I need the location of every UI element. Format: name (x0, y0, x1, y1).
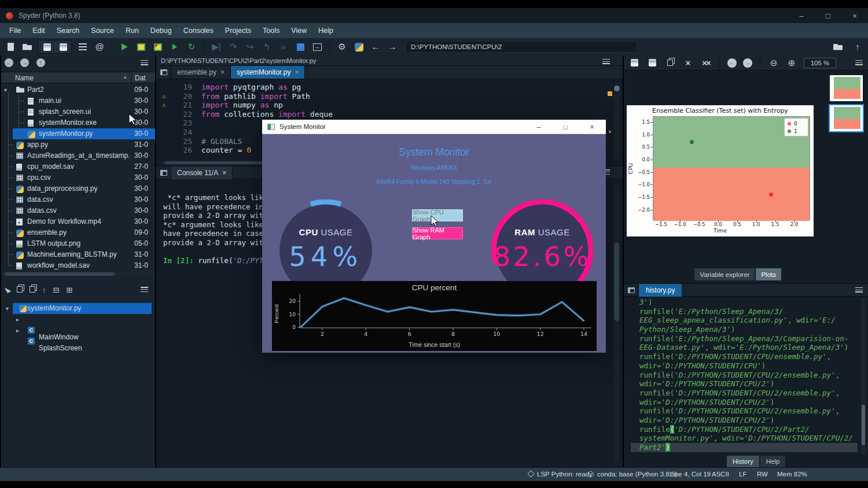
file-row[interactable]: data_preprocessing.py30-0 (1, 183, 155, 194)
outline-options-icon[interactable] (141, 287, 148, 292)
code-line[interactable]: ⚠21import numpy as np (156, 101, 623, 110)
previous-directory-icon[interactable]: ← (5, 58, 13, 67)
code-line[interactable]: 19import pyqtgraph as pg (156, 83, 623, 92)
go-up-icon[interactable]: ↑ (42, 286, 46, 294)
scrollbar-thumb[interactable] (614, 243, 619, 321)
close-icon[interactable]: × (222, 169, 226, 177)
menu-tools[interactable]: Tools (257, 23, 285, 38)
menu-view[interactable]: View (285, 23, 312, 38)
file-row[interactable]: app.py31-0 (1, 139, 155, 150)
file-row[interactable]: MachineLearning_BLSTM.py31-0 (1, 249, 155, 260)
tab-plots[interactable]: Plots (756, 268, 781, 280)
expand-open-icon[interactable]: ▾ (4, 84, 7, 95)
collapse-all-icon[interactable]: ⊟ (53, 286, 60, 294)
file-list-hscrollbar[interactable] (1, 272, 155, 276)
expand-closed-icon[interactable]: ▸ (16, 327, 19, 334)
save-plot-button[interactable] (628, 57, 640, 69)
menu-source[interactable]: Source (85, 23, 120, 38)
symbol-finder-button[interactable]: @ (94, 41, 105, 53)
scrollbar-thumb[interactable] (862, 405, 865, 445)
working-directory-input[interactable]: D:\PYTHON\STUDENT\CPU\2 (406, 41, 637, 53)
copy-plot-button[interactable] (664, 57, 676, 69)
debug-continue-button[interactable]: » (278, 41, 289, 53)
plots-options-icon[interactable] (855, 60, 863, 65)
close-icon[interactable]: × (295, 68, 299, 76)
minimize-button[interactable]: – (527, 120, 550, 134)
code-line[interactable]: 22from collections import deque (156, 110, 623, 119)
file-row[interactable]: ▸Demo for Workflow.mp430-0 (1, 216, 155, 227)
debug-button[interactable]: ▶| (211, 41, 222, 53)
next-directory-icon[interactable]: → (20, 58, 29, 67)
previous-plot-button[interactable]: ← (727, 58, 737, 68)
menu-edit[interactable]: Edit (27, 23, 51, 38)
outline-item[interactable]: ▸CMainWindow (1, 314, 155, 325)
editor-tab-systemMonitor-py[interactable]: systemMonitor.py× (231, 66, 305, 79)
menu-file[interactable]: File (3, 23, 27, 38)
editor-vscrollbar[interactable] (614, 82, 620, 161)
debug-step-button[interactable]: ↷ (227, 41, 239, 53)
file-list-header[interactable]: Name ▴ Dat (1, 72, 155, 83)
save-all-button[interactable] (57, 41, 69, 53)
tab-variable-explorer[interactable]: Variable explorer (694, 268, 755, 280)
copy-all-icon[interactable] (30, 286, 35, 294)
preferences-button[interactable]: ⚙ (336, 41, 348, 53)
outline-item[interactable]: ▸CSplashScreen (1, 325, 155, 336)
debug-step-in-button[interactable]: ↪ (244, 41, 256, 53)
run-selection-button[interactable] (169, 41, 181, 53)
history-log[interactable]: 3')runfile('E:/Python/Sleep_Apena/3/EEG_… (639, 298, 859, 452)
menu-projects[interactable]: Projects (219, 23, 257, 38)
history-file-tab[interactable]: history.py (639, 284, 682, 297)
browse-tabs-icon[interactable] (624, 284, 639, 297)
save-button[interactable] (41, 41, 53, 53)
run-button[interactable] (119, 41, 130, 53)
open-file-button[interactable] (21, 41, 33, 53)
file-row[interactable]: LSTM output.png05-0 (1, 238, 155, 249)
goto-cursor-icon[interactable] (6, 286, 10, 294)
close-button[interactable]: × (580, 120, 604, 134)
file-row[interactable]: ▾Part209-0 (1, 84, 155, 95)
file-switcher-button[interactable] (77, 41, 89, 53)
forward-button[interactable]: → (387, 41, 398, 53)
browse-tabs-icon[interactable] (156, 167, 171, 179)
file-row[interactable]: systemMonitor.py30-0 (1, 128, 155, 139)
maximize-button[interactable]: □ (554, 120, 577, 134)
zoom-out-icon[interactable]: ⊖ (768, 57, 779, 69)
maximize-pane-button[interactable]: → (311, 41, 323, 53)
close-icon[interactable]: × (220, 68, 225, 76)
scrollbar-thumb[interactable] (614, 86, 620, 91)
menu-debug[interactable]: Debug (145, 23, 178, 38)
menu-help[interactable]: Help (312, 23, 339, 38)
python-path-button[interactable] (353, 41, 365, 53)
file-row[interactable]: ensemble.py09-0 (1, 227, 155, 238)
expand-open-icon[interactable]: ▾ (6, 305, 9, 312)
editor-options-icon[interactable] (602, 59, 610, 64)
rerun-cell-button[interactable]: ↻ (186, 41, 197, 53)
menu-consoles[interactable]: Consoles (178, 23, 219, 38)
parent-directory-icon[interactable]: ↑ (36, 58, 45, 67)
history-options-icon[interactable] (855, 287, 863, 293)
minimize-button[interactable]: – (788, 12, 815, 20)
copy-icon[interactable] (17, 286, 23, 294)
scrollbar-thumb[interactable] (5, 272, 115, 276)
remove-all-plots-button[interactable]: ×× (700, 57, 712, 69)
file-row[interactable]: workflow_model.sav31-0 (1, 260, 155, 271)
browse-tabs-icon[interactable] (156, 66, 171, 79)
column-name[interactable]: Name (15, 74, 34, 82)
save-all-plots-button[interactable] (646, 57, 658, 69)
new-file-button[interactable] (5, 41, 16, 53)
file-row[interactable]: datas.csv30-0 (1, 205, 155, 216)
tab-help[interactable]: Help (760, 456, 786, 467)
console-tab[interactable]: Console 11/A × (171, 167, 233, 179)
file-row[interactable]: cpu.csv30-0 (1, 172, 155, 183)
console-vscrollbar[interactable] (614, 184, 619, 463)
parent-directory-button[interactable]: ↑ (852, 41, 863, 53)
browse-directory-button[interactable] (832, 41, 844, 53)
plot-thumbnail[interactable] (830, 75, 863, 101)
column-divider[interactable] (131, 72, 131, 83)
stop-debug-button[interactable] (295, 41, 306, 53)
zoom-in-icon[interactable]: ⊕ (786, 57, 797, 69)
interpreter-status[interactable]: conda: base (Python 3.8.5) (588, 471, 677, 478)
file-row[interactable]: data.csv30-0 (1, 194, 155, 205)
expand-closed-icon[interactable]: ▸ (16, 316, 19, 323)
back-button[interactable]: ← (370, 41, 381, 53)
